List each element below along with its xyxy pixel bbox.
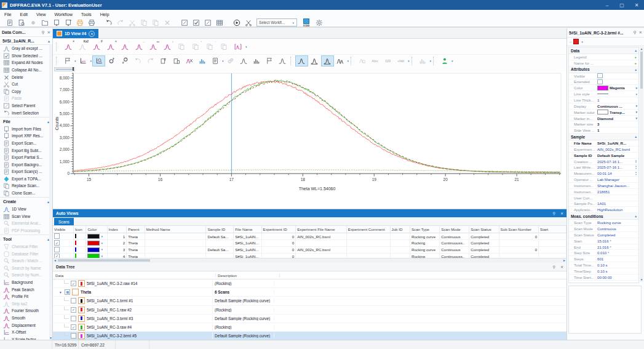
scan-row[interactable]: ✓▾4ThetaS#Si_1uAlN...0RockingContinuouss… [53,253,566,258]
collapse-icon[interactable]: ▴ [635,135,637,138]
chevron-down-icon[interactable]: ▾ [90,59,92,63]
property-value[interactable]: Lab Manager [597,177,638,182]
property-value[interactable]: 00:01:14▲▼ [597,171,638,175]
color-swatch[interactable] [87,247,100,252]
command-fourier-smooth[interactable]: Fourier Smooth [0,307,52,315]
window-tool-icon[interactable]: ▭ [146,39,160,54]
menu-workflow[interactable]: Workflow [50,12,76,17]
column-sub-scan-number[interactable]: Sub Scan Number [499,226,539,233]
cut-icon[interactable] [126,18,138,27]
property-value[interactable] [597,73,638,79]
property-value[interactable]: 2025-07-16 1...▲▼ [597,165,638,169]
property-row[interactable]: Legend+ [569,54,638,60]
column-color[interactable]: Color [86,226,107,233]
shift-left-icon[interactable]: ← [117,39,132,54]
property-value[interactable]: AlN_002s_RC.bsml [597,147,638,151]
tree-row[interactable]: 5#Si_1uAlN_RC-1.brml #1Default Sample (R… [53,297,566,305]
command-export-bg-subt[interactable]: Export Bg Subt... [0,146,52,154]
property-value[interactable]: 00:00:00 [597,275,638,279]
property-row[interactable]: Delay Time0.0 s [569,281,638,283]
property-row[interactable]: Scan TypeRocking curve [569,220,638,226]
column-experiment-comment[interactable]: Experiment Comment [346,226,390,233]
paste-view-icon[interactable] [170,55,183,66]
property-row[interactable]: Extended [569,79,638,86]
scroll-right-icon[interactable]: ► [563,259,566,263]
collapse-icon[interactable]: ▴ [635,214,637,218]
delete-icon[interactable] [161,18,173,27]
property-row[interactable]: Applicatio...HighResolution [569,207,638,213]
opacity-slider[interactable] [54,67,75,71]
single-peak-icon[interactable] [295,55,308,66]
blue-peaks-icon[interactable] [196,55,209,66]
command-invert-selection[interactable]: Invert Selection [0,109,52,116]
property-row[interactable]: Time/Step0.10 s [569,268,638,275]
property-value[interactable]: S#Si_1uAlN_R... [597,141,638,145]
workflow-edit-icon[interactable] [242,18,254,27]
property-row[interactable]: Side View ...1 [569,127,638,134]
property-row[interactable]: Scan StatusCompleted [569,232,638,238]
property-row[interactable]: Last Write...2025-07-16 1...▲▼ [569,165,638,171]
cluster-icon[interactable] [225,55,237,66]
chevron-down-icon[interactable]: ▾ [635,116,637,120]
property-value[interactable]: HighResolution [597,207,638,212]
workflow-select[interactable]: Select Workfl...▾ [256,18,297,26]
cut-peaks-icon[interactable] [183,55,196,66]
command-x-offset[interactable]: X-Offset [0,329,52,336]
minimize-icon[interactable]: – [600,0,614,10]
chevron-down-icon[interactable]: ▾ [74,59,76,63]
property-value[interactable]: 0.10 s [597,263,638,267]
visible-checkbox[interactable] [71,333,76,339]
append-scan-icon[interactable]: ◦ [202,39,217,54]
spinner-icon[interactable]: ▲▼ [635,165,637,169]
command-import-xrf-res[interactable]: Import XRF Res... [0,132,52,140]
property-row[interactable]: Total Time...0.10 s [569,262,638,268]
pattern-bars-icon[interactable] [416,55,429,66]
icdd-button[interactable]: ICDD [303,18,309,27]
property-value[interactable]: Diamond▾ [597,116,638,121]
property-value[interactable]: Continuous ...▾ [597,104,638,108]
section-sample[interactable]: Sample▴ [569,134,638,140]
property-row[interactable]: ColorMagenta▾ [569,85,638,91]
visible-checkbox[interactable] [54,233,60,239]
checkbox-tool-icon[interactable] [190,18,202,27]
scans-table-hscrollbar[interactable]: ◄ ► [53,258,566,263]
close-panel-icon[interactable]: ✕ [560,211,563,215]
tab-1d-view[interactable]: 1D View #4 ✕ [53,29,98,38]
chevron-down-icon[interactable]: ▾ [222,59,224,63]
visible-checkbox[interactable] [71,316,76,321]
property-row[interactable]: Line Thick...1 [569,97,638,103]
close-panel-icon[interactable]: ✕ [560,265,563,269]
column-scan-status[interactable]: Scan Status [469,226,499,233]
scroll-up-icon[interactable]: ▲ [640,47,643,50]
property-value[interactable]: 0.0 s [597,281,638,283]
group-header-file[interactable]: File▴ [0,117,52,126]
y-axis-mode-icon[interactable] [77,55,90,66]
property-row[interactable]: DisplayContinuous ...▾ [569,103,638,110]
chevron-down-icon[interactable]: ▾ [581,40,583,44]
displacement-icon[interactable]: ↕ [160,39,174,54]
menu-view[interactable]: View [32,12,50,17]
property-value[interactable]: 1A01 [597,201,638,206]
property-row[interactable]: Measurem...00:01:14▲▼ [569,170,638,177]
property-value[interactable]: Magenta▾ [597,86,638,90]
peak-histogram-icon[interactable] [250,55,263,66]
property-row[interactable]: File NameS#Si_1uAlN_R... [569,140,638,146]
peak-shift-icon[interactable] [237,55,250,66]
zoom-axes-icon[interactable] [92,55,105,66]
collapse-icon[interactable]: ▴ [635,68,637,71]
command-export-backgro[interactable]: Export Backgro... [0,161,52,168]
property-value[interactable]: 21.016 ° [597,245,638,249]
add-icon[interactable]: + [634,61,637,65]
chevron-down-icon[interactable]: ▾ [245,45,247,49]
section-attributes[interactable]: Attributes▴ [569,66,638,73]
property-row[interactable]: Operator ...Lab Manager [569,177,638,183]
pin-icon[interactable]: ⚲ [42,30,45,35]
save-icon[interactable] [27,18,39,27]
region-select-icon[interactable] [202,18,213,27]
peak-with-base-icon[interactable] [308,55,321,66]
column-experiment-file-name[interactable]: Experiment File Name [296,226,347,233]
property-value[interactable]: 0.10 s [597,269,638,273]
shift-range-icon[interactable]: ↔ [132,39,146,54]
fourier-smooth-icon[interactable]: F [89,39,103,54]
open-external-icon[interactable] [39,18,50,27]
